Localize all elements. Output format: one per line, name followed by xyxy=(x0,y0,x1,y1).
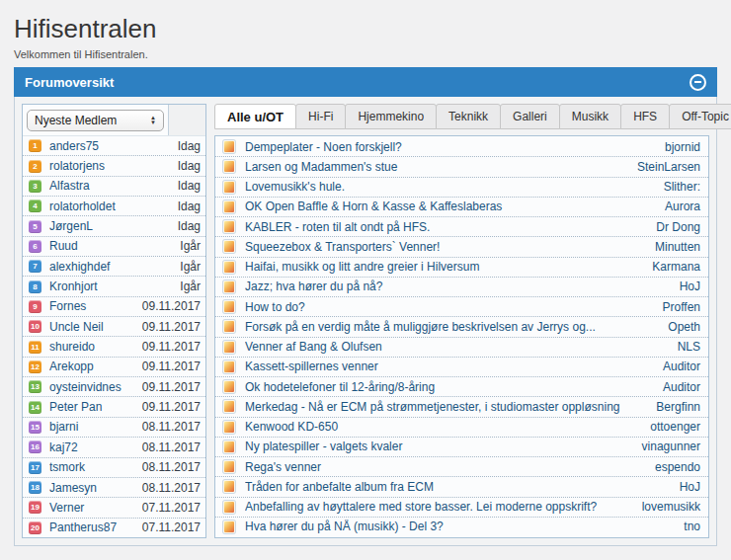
thread-author-link[interactable]: Auditor xyxy=(663,360,700,373)
thread-title-link[interactable]: Merkedag - Nå er ECM på strømmetjenester… xyxy=(245,400,644,414)
thread-author-link[interactable]: Karmana xyxy=(652,260,700,274)
member-join-date: 09.11.2017 xyxy=(142,299,201,313)
thread-author-link[interactable]: vinagunner xyxy=(642,440,700,453)
thread-folder-icon xyxy=(223,261,235,274)
thread-row: Haifai, musikk og litt andre greier i Hi… xyxy=(215,258,708,278)
member-name-link[interactable]: rolatorjens xyxy=(49,159,178,173)
member-name-link[interactable]: Peter Pan xyxy=(49,400,142,414)
member-rank-badge: 2 xyxy=(29,160,41,173)
member-rank-badge: 11 xyxy=(29,341,41,354)
thread-title-link[interactable]: Jazz; hva hører du på nå? xyxy=(245,280,668,293)
member-join-date: Idag xyxy=(178,200,201,213)
thread-title-link[interactable]: Lovemusikk's hule. xyxy=(245,180,652,194)
thread-title-link[interactable]: Dempeplater - Noen forskjell? xyxy=(245,140,653,154)
member-name-link[interactable]: bjarni xyxy=(49,420,142,434)
thread-title-link[interactable]: Kassett-spillernes venner xyxy=(245,360,651,373)
newest-member-select[interactable]: Nyeste Medlem ▲▼ xyxy=(27,110,164,131)
thread-author-link[interactable]: Proffen xyxy=(663,300,700,314)
thread-title-link[interactable]: Venner af Bang & Olufsen xyxy=(245,340,666,354)
tab-alle-u-ot[interactable]: Alle u/OT xyxy=(214,104,296,129)
tab-galleri[interactable]: Galleri xyxy=(500,104,560,129)
member-rank-badge: 10 xyxy=(29,320,41,333)
member-rank-badge: 3 xyxy=(29,180,41,193)
member-name-link[interactable]: kaj72 xyxy=(49,440,142,454)
tab-hfs[interactable]: HFS xyxy=(620,104,670,129)
member-row: 17 tsmork 08.11.2017 xyxy=(23,458,205,478)
member-name-link[interactable]: JørgenL xyxy=(49,219,178,233)
member-name-link[interactable]: Alfastra xyxy=(49,179,178,193)
thread-row: Squeezebox & Transporters` Venner! Minut… xyxy=(215,237,708,257)
member-name-link[interactable]: Uncle Neil xyxy=(49,320,142,334)
thread-title-link[interactable]: Squeezebox & Transporters` Venner! xyxy=(245,240,643,254)
thread-folder-icon xyxy=(223,280,235,293)
tab-hi-fi[interactable]: Hi-Fi xyxy=(295,104,346,129)
thread-title-link[interactable]: Haifai, musikk og litt andre greier i Hi… xyxy=(245,260,640,274)
thread-author-link[interactable]: Aurora xyxy=(665,200,700,213)
newest-members-panel: Nyeste Medlem ▲▼ 1 anders75 Idag 2 rolat… xyxy=(22,104,206,538)
tab-teknikk[interactable]: Teknikk xyxy=(436,104,501,129)
thread-author-link[interactable]: HoJ xyxy=(680,280,700,293)
threads-column: Alle u/OTHi-FiHjemmekinoTeknikkGalleriMu… xyxy=(214,104,709,538)
thread-title-link[interactable]: KABLER - roten til alt ondt på HFS. xyxy=(245,220,644,234)
member-join-date: 07.11.2017 xyxy=(142,501,201,515)
member-row: 6 Ruud Igår xyxy=(23,237,205,257)
thread-title-link[interactable]: How to do? xyxy=(245,300,651,314)
member-rank-badge: 14 xyxy=(29,401,41,414)
thread-author-link[interactable]: Dr Dong xyxy=(656,220,700,234)
thread-author-link[interactable]: SteinLarsen xyxy=(637,160,700,174)
member-row: 14 Peter Pan 09.11.2017 xyxy=(23,397,205,417)
member-join-date: 09.11.2017 xyxy=(142,340,201,354)
member-name-link[interactable]: Arekopp xyxy=(49,360,142,373)
thread-title-link[interactable]: Hva hører du på NÅ (musikk) - Del 3? xyxy=(245,520,672,533)
thread-author-link[interactable]: Opeth xyxy=(668,320,700,334)
thread-author-link[interactable]: ottoenger xyxy=(650,420,700,434)
thread-author-link[interactable]: Minutten xyxy=(655,240,700,254)
member-name-link[interactable]: Kronhjort xyxy=(49,280,180,293)
member-name-link[interactable]: Ruud xyxy=(49,239,180,253)
thread-title-link[interactable]: Ny platespiller - valgets kvaler xyxy=(245,440,630,453)
member-name-link[interactable]: shureido xyxy=(49,340,142,354)
thread-row: Hva hører du på NÅ (musikk) - Del 3? tno xyxy=(215,518,708,536)
thread-row: Kenwood KD-650 ottoenger xyxy=(215,418,708,438)
member-name-link[interactable]: Pantherus87 xyxy=(49,520,142,534)
thread-folder-icon xyxy=(223,400,235,413)
member-rank-badge: 16 xyxy=(29,440,41,453)
member-row: 19 Verner 07.11.2017 xyxy=(23,498,205,518)
thread-row: Lovemusikk's hule. Slither: xyxy=(215,178,708,198)
thread-title-link[interactable]: Forsøk på en verdig måte å muliggjøre be… xyxy=(245,320,656,334)
thread-title-link[interactable]: Tråden for anbefalte album fra ECM xyxy=(245,480,668,494)
member-join-date: Idag xyxy=(178,219,201,233)
collapse-minus-icon[interactable] xyxy=(690,74,706,91)
tab-musikk[interactable]: Musikk xyxy=(559,104,621,129)
thread-title-link[interactable]: Rega's venner xyxy=(245,460,643,474)
thread-title-link[interactable]: Larsen og Madammen's stue xyxy=(245,160,625,174)
tab-hjemmekino[interactable]: Hjemmekino xyxy=(345,104,437,129)
thread-title-link[interactable]: Kenwood KD-650 xyxy=(245,420,638,434)
member-name-link[interactable]: tsmork xyxy=(49,460,142,474)
member-name-link[interactable]: rolatorholdet xyxy=(49,200,178,213)
member-row: 15 bjarni 08.11.2017 xyxy=(23,418,205,438)
thread-folder-icon xyxy=(223,460,235,473)
member-name-link[interactable]: Jamesyn xyxy=(49,481,142,495)
thread-author-link[interactable]: espendo xyxy=(655,460,700,474)
member-name-link[interactable]: anders75 xyxy=(49,139,178,153)
thread-author-link[interactable]: bjornid xyxy=(665,140,700,154)
member-name-link[interactable]: Verner xyxy=(49,501,142,515)
thread-author-link[interactable]: Bergfinn xyxy=(656,400,700,414)
member-join-date: 07.11.2017 xyxy=(142,520,201,534)
member-name-link[interactable]: alexhighdef xyxy=(49,260,180,274)
thread-title-link[interactable]: OK Open Baffle & Horn & Kasse & Kaffesla… xyxy=(245,200,653,213)
thread-title-link[interactable]: Anbefalling av høyttalere med store bass… xyxy=(245,500,630,514)
tab-off-topic[interactable]: Off-Topic xyxy=(669,104,731,129)
thread-author-link[interactable]: lovemusikk xyxy=(642,500,700,514)
thread-author-link[interactable]: tno xyxy=(684,520,700,533)
thread-author-link[interactable]: Slither: xyxy=(664,180,700,194)
member-rank-badge: 15 xyxy=(29,421,41,434)
thread-author-link[interactable]: HoJ xyxy=(680,480,700,494)
thread-author-link[interactable]: Auditor xyxy=(663,380,700,394)
member-name-link[interactable]: Fornes xyxy=(49,299,142,313)
member-name-link[interactable]: oysteinvidnes xyxy=(49,380,142,394)
thread-title-link[interactable]: Ok hodetelefoner til 12-åring/8-åring xyxy=(245,380,651,394)
member-row: 10 Uncle Neil 09.11.2017 xyxy=(23,317,205,337)
thread-author-link[interactable]: NLS xyxy=(678,340,700,354)
